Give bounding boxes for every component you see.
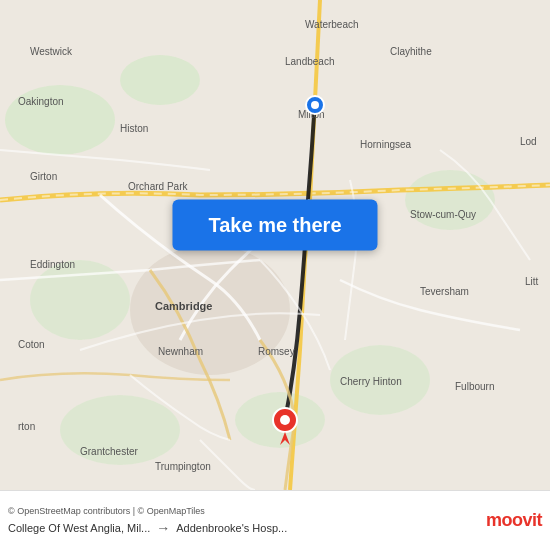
svg-text:Horningsea: Horningsea — [360, 139, 412, 150]
route-arrow-icon: → — [156, 520, 170, 536]
svg-text:Romsey: Romsey — [258, 346, 295, 357]
take-me-there-button[interactable]: Take me there — [172, 200, 377, 251]
svg-text:Oakington: Oakington — [18, 96, 64, 107]
svg-text:Waterbeach: Waterbeach — [305, 19, 359, 30]
svg-text:Cambridge: Cambridge — [155, 300, 212, 312]
svg-text:Clayhithe: Clayhithe — [390, 46, 432, 57]
svg-text:Grantchester: Grantchester — [80, 446, 138, 457]
footer: © OpenStreetMap contributors | © OpenMap… — [0, 490, 550, 550]
svg-point-36 — [311, 101, 319, 109]
svg-text:Westwick: Westwick — [30, 46, 73, 57]
destination-label: Addenbrooke's Hosp... — [176, 522, 287, 534]
svg-point-38 — [280, 415, 290, 425]
svg-text:Histon: Histon — [120, 123, 148, 134]
route-info: College Of West Anglia, Mil... → Addenbr… — [8, 520, 478, 536]
svg-text:Landbeach: Landbeach — [285, 56, 335, 67]
svg-text:rton: rton — [18, 421, 35, 432]
svg-text:Eddington: Eddington — [30, 259, 75, 270]
svg-text:Stow-cum-Quy: Stow-cum-Quy — [410, 209, 476, 220]
svg-text:Litt: Litt — [525, 276, 539, 287]
svg-text:Cherry Hinton: Cherry Hinton — [340, 376, 402, 387]
svg-text:Girton: Girton — [30, 171, 57, 182]
svg-text:Fulbourn: Fulbourn — [455, 381, 494, 392]
svg-text:Orchard Park: Orchard Park — [128, 181, 188, 192]
footer-left: © OpenStreetMap contributors | © OpenMap… — [8, 506, 478, 536]
map-container: Westwick Waterbeach Oakington Landbeach … — [0, 0, 550, 490]
svg-point-5 — [405, 170, 495, 230]
svg-text:Newnham: Newnham — [158, 346, 203, 357]
svg-text:Teversham: Teversham — [420, 286, 469, 297]
svg-text:Lod: Lod — [520, 136, 537, 147]
moovit-brand-text: moovit — [486, 510, 542, 531]
moovit-logo: moovit — [486, 510, 542, 531]
attribution-text: © OpenStreetMap contributors | © OpenMap… — [8, 506, 478, 516]
svg-text:Trumpington: Trumpington — [155, 461, 211, 472]
origin-label: College Of West Anglia, Mil... — [8, 522, 150, 534]
svg-text:Coton: Coton — [18, 339, 45, 350]
svg-point-3 — [120, 55, 200, 105]
